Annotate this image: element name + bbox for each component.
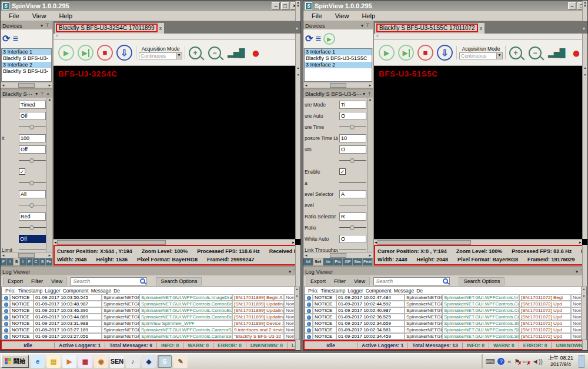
setting-control[interactable]: Off ✓ ▲▼ (19, 112, 46, 120)
setting-control[interactable]: Ti ✓ ▲▼ (339, 101, 366, 109)
start-button[interactable]: 開始 (1, 355, 29, 368)
play-single-frame-button[interactable]: ▶ (398, 45, 414, 61)
record-button[interactable]: ● (248, 45, 263, 61)
toolbar-collapse-button[interactable]: ^ (374, 34, 587, 40)
device-list-item[interactable]: 3 Interface 1 (305, 49, 372, 55)
audio-device-icon[interactable]: ♪ (126, 355, 140, 368)
log-row[interactable]: NOTICE 01-09-2017 10:02:47.484 Spinnaker… (305, 294, 586, 301)
device-list-icon[interactable]: ≡ (12, 34, 18, 44)
log-column-header[interactable]: Logger (346, 288, 364, 294)
spinview-icon[interactable]: S (158, 355, 172, 368)
setting-control[interactable]: ✓ ▲▼ (339, 224, 366, 232)
setting-control[interactable]: ✓ ▲▼ (19, 224, 46, 232)
log-column-header[interactable]: Message (90, 288, 113, 294)
setting-row[interactable]: Timed ✓ ▲▼ (1, 99, 52, 110)
sen-camera-icon[interactable]: SEN (110, 355, 124, 368)
setting-row[interactable]: Ratio ✓ ▲▼ (303, 222, 373, 233)
refresh-devices-icon[interactable]: ⟳ (2, 34, 10, 44)
camera-tab[interactable]: Blackfly S BFS-U3-32S4C 17011899 x (55, 23, 164, 34)
feature-tab[interactable]: Fe (46, 258, 52, 265)
feature-tab[interactable]: Set (313, 258, 323, 265)
feature-tab[interactable]: S (39, 258, 46, 265)
feature-tab[interactable]: C (33, 258, 39, 265)
log-menu-item[interactable]: View (47, 278, 66, 284)
media-player-icon[interactable]: ▶ (62, 355, 76, 368)
settings-hscrollbar[interactable]: ◄► (1, 252, 52, 258)
close-icon[interactable]: × (45, 91, 51, 97)
settings-vscrollbar[interactable]: ▲ (367, 98, 373, 252)
log-column-header[interactable]: De (112, 288, 121, 294)
setting-control[interactable]: ✓ ▲▼ (339, 201, 366, 210)
save-image-button[interactable]: ⇩ (437, 45, 453, 61)
setting-row[interactable]: ✓ ▲▼ (303, 155, 373, 166)
setting-row[interactable]: ure Time ✓ ▲▼ (303, 121, 373, 132)
feature-tab[interactable]: I (7, 258, 14, 265)
log-column-header[interactable]: Prio: (4, 288, 16, 294)
feature-tab[interactable]: Im (323, 258, 333, 265)
search-options-button[interactable]: Search Options (156, 277, 202, 285)
feature-tab[interactable]: F (1, 258, 7, 265)
setting-row[interactable]: uto O ✓ ▲▼ (303, 144, 373, 155)
log-column-header[interactable]: Logger (44, 288, 61, 294)
setting-row[interactable]: evel ✓ ▲▼ (303, 200, 373, 211)
menu-item[interactable]: File (3, 12, 25, 20)
log-menu-item[interactable]: Export (306, 278, 330, 284)
setting-control[interactable]: O ✓ ▲▼ (339, 112, 366, 120)
keyboard-icon[interactable]: ⌨ (485, 358, 495, 365)
tab-close-icon[interactable]: x (159, 25, 162, 31)
setting-control[interactable]: ✓ ▲▼ (19, 246, 46, 252)
tab-overflow-icon[interactable]: ▾ (296, 26, 298, 31)
log-vscrollbar[interactable]: ▲▼ (581, 287, 586, 340)
log-row[interactable]: NOTICE 01-09-2017 10:03:46.390 Spinnaker… (2, 307, 299, 314)
chevron-down-icon[interactable]: ▾ (362, 91, 366, 97)
log-row[interactable]: NOTICE 01-09-2017 10:02:34.659 Spinnaker… (305, 320, 586, 327)
feature-tab[interactable]: Inf (303, 258, 313, 265)
setting-row[interactable]: a ✓ ▲▼ (303, 177, 373, 188)
setting-row[interactable]: ✓ ▲▼ (1, 177, 52, 188)
setting-row[interactable]: Red ✓ ▲▼ (1, 211, 52, 222)
chevron-down-icon[interactable]: ▾ (34, 91, 39, 97)
expand-tray-icon[interactable]: « (507, 358, 511, 365)
setting-control[interactable]: R ✓ ▲▼ (339, 212, 366, 221)
help-icon[interactable]: ? (497, 358, 505, 365)
zoom-in-button[interactable]: + (189, 46, 205, 59)
setting-control[interactable]: Off ✓ ▲▼ (19, 145, 46, 154)
settings-vscrollbar[interactable]: ▲ (46, 98, 52, 252)
play-button[interactable]: ▶ (58, 45, 74, 61)
setting-row[interactable]: Off ✓ ▲▼ (1, 233, 52, 244)
setting-control[interactable]: ✓ ✓ ▲▼ (339, 168, 366, 176)
camera-vscrollbar[interactable]: ▲▼ (582, 66, 587, 239)
minimize-button[interactable]: – (272, 2, 280, 9)
volume-icon[interactable]: ◄)) (532, 358, 543, 365)
setting-row[interactable]: White Auto O ✓ ▲▼ (303, 233, 373, 244)
tab-overflow-icon[interactable]: ▾ (583, 26, 585, 31)
stop-button[interactable]: ■ (97, 45, 113, 61)
camera-vscrollbar[interactable]: ▲▼ (295, 66, 300, 239)
photo-app-icon[interactable]: ◉ (94, 355, 108, 368)
histogram-button[interactable]: ▂▅█ (548, 45, 564, 61)
setting-control[interactable]: A ✓ ▲▼ (339, 190, 366, 198)
pin-icon[interactable]: ⊤ (366, 91, 373, 97)
log-row[interactable]: NOTICE 01-09-2017 10:03:50.545 Spinnaker… (2, 294, 299, 301)
chevron-down-icon[interactable]: ▾ (360, 23, 365, 28)
setting-control[interactable]: ✓ ▲▼ (19, 123, 46, 131)
camera-hscrollbar[interactable]: ◄► (374, 239, 582, 245)
feature-tab[interactable]: S (14, 258, 20, 265)
setting-row[interactable]: Off ✓ ▲▼ (1, 144, 52, 155)
device-list-item[interactable]: 3 Interface 2 (2, 62, 51, 68)
log-row[interactable]: NOTICE 01-09-2017 10:02:34.459 Spinnaker… (305, 333, 586, 340)
title-bar[interactable]: S SpinView 1.0.0.295 – □ × (1, 1, 300, 11)
menu-item[interactable]: View (26, 12, 52, 20)
search-input[interactable] (373, 277, 450, 285)
zoom-out-button[interactable]: − (529, 46, 544, 59)
log-menu-item[interactable]: Export (4, 278, 27, 284)
log-column-header[interactable]: Component (365, 288, 393, 294)
setting-row[interactable]: it 100 ✓ ▲▼ (1, 132, 52, 144)
camera-tab[interactable]: Blackfly S BFS-U3-51S5C 17011072 x (375, 23, 485, 34)
setting-row[interactable]: Enable ✓ ✓ ▲▼ (303, 166, 373, 177)
setting-row[interactable]: Link Throughput Limit ✓ ▲▼ (303, 244, 373, 252)
play-single-frame-button[interactable]: ▶ (78, 45, 93, 61)
dark-app-icon[interactable]: ◆ (142, 355, 156, 368)
setting-control[interactable]: Timed ✓ ▲▼ (19, 101, 46, 109)
play-button[interactable]: ▶ (379, 45, 395, 61)
